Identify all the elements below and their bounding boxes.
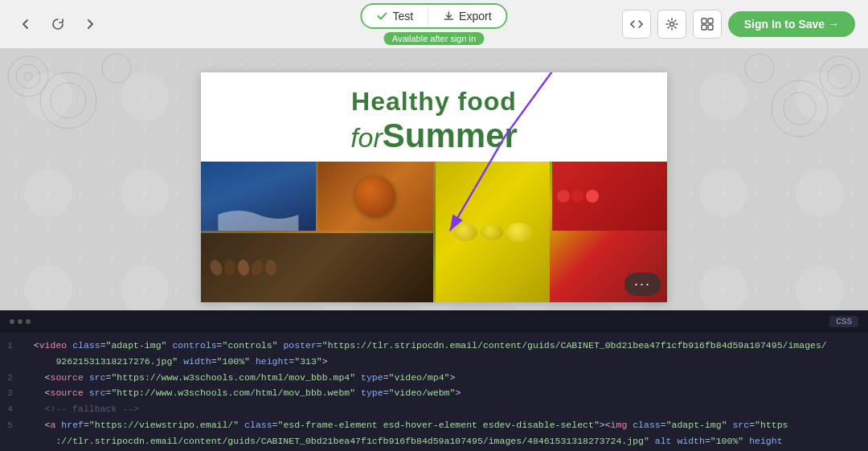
line-content-5b: ://tlr.stripocdn.email/content/guids/CAB… <box>23 434 868 449</box>
right-actions: Sign In to Save → <box>622 10 855 39</box>
email-header: Healthy food forSummer <box>201 72 667 162</box>
code-panel-header: CSS <box>0 310 868 333</box>
svg-point-9 <box>51 83 86 118</box>
line-content-1: <video class="adapt-img" controls="contr… <box>23 338 868 353</box>
line-num-3: 3 <box>0 386 23 400</box>
food-img-raspberries <box>552 162 667 231</box>
main-area: Healthy food forSummer <box>0 48 868 451</box>
svg-rect-4 <box>708 25 713 30</box>
svg-point-14 <box>784 92 816 125</box>
layout-button[interactable] <box>693 10 722 39</box>
line-content-2: <source src="https://www.w3schools.com/h… <box>23 371 868 385</box>
test-label: Test <box>392 10 413 23</box>
forward-button[interactable] <box>77 11 103 37</box>
food-img-coffee <box>201 233 433 302</box>
svg-point-6 <box>16 64 40 88</box>
code-dot-3 <box>26 319 31 324</box>
line-num-4: 4 <box>0 402 23 416</box>
code-line-1b: 92621531318217276.jpg" width="100%" heig… <box>0 354 868 370</box>
email-preview: Healthy food forSummer <box>201 72 667 302</box>
svg-point-0 <box>669 23 674 27</box>
code-line-5: 5 <a href="https://viewstripo.email/" cl… <box>0 417 868 433</box>
food-img-lemons <box>436 162 551 302</box>
code-line-1: 1 <video class="adapt-img" controls="con… <box>0 338 868 354</box>
test-button[interactable]: Test <box>362 5 428 27</box>
svg-rect-1 <box>702 18 706 23</box>
back-button[interactable] <box>13 11 39 37</box>
code-dots <box>10 319 31 324</box>
code-dot-1 <box>10 319 14 324</box>
code-line-4: 4 <!-- fallback --> <box>0 401 868 417</box>
line-num-1: 1 <box>0 338 23 353</box>
headline-summer: Summer <box>383 117 518 154</box>
code-dot-2 <box>18 319 23 324</box>
more-options-button[interactable]: ··· <box>624 273 661 296</box>
headline-for: for <box>350 122 383 153</box>
line-content-5: <a href="https://viewstripo.email/" clas… <box>23 418 868 433</box>
line-content-4: <!-- fallback --> <box>23 402 868 416</box>
code-body: 1 <video class="adapt-img" controls="con… <box>0 333 868 451</box>
headline-sub: forSummer <box>217 117 651 155</box>
center-actions: Test Export Available after sign in <box>360 3 507 45</box>
svg-point-13 <box>772 80 828 137</box>
svg-rect-2 <box>708 18 713 23</box>
action-button-group: Test Export <box>360 3 507 29</box>
line-num-2: 2 <box>0 371 23 385</box>
history-button[interactable] <box>45 11 71 37</box>
food-img-onions <box>318 162 433 231</box>
line-num-5b <box>0 434 23 449</box>
decorative-circles-tl <box>4 52 149 197</box>
code-button[interactable] <box>622 10 651 39</box>
svg-point-8 <box>40 72 96 129</box>
line-num-1b <box>0 355 23 369</box>
export-label: Export <box>459 10 491 23</box>
svg-rect-3 <box>702 25 706 30</box>
svg-point-12 <box>828 64 852 88</box>
svg-point-7 <box>24 72 32 80</box>
top-bar: Test Export Available after sign in Sign… <box>0 0 868 48</box>
line-content-1b: 92621531318217276.jpg" width="100%" heig… <box>23 355 868 369</box>
svg-point-11 <box>820 56 860 96</box>
export-button[interactable]: Export <box>428 5 506 27</box>
svg-point-10 <box>102 54 131 83</box>
css-tab[interactable]: CSS <box>829 316 858 327</box>
food-img-ocean <box>201 162 316 231</box>
code-line-2: 2 <source src="https://www.w3schools.com… <box>0 370 868 386</box>
code-line-3: 3 <source src="http://www.w3schools.com/… <box>0 385 868 401</box>
headline-main: Healthy food <box>217 87 651 117</box>
food-image-grid <box>201 162 667 302</box>
code-line-5b: ://tlr.stripocdn.email/content/guids/CAB… <box>0 433 868 449</box>
sign-in-button[interactable]: Sign In to Save → <box>728 11 855 37</box>
code-panel: CSS 1 <video class="adapt-img" controls=… <box>0 310 868 451</box>
line-content-3: <source src="http://www.w3schools.com/ht… <box>23 386 868 400</box>
svg-point-15 <box>745 54 774 83</box>
line-num-5: 5 <box>0 418 23 433</box>
available-badge: Available after sign in <box>384 32 484 45</box>
decorative-circles-tr <box>735 52 864 181</box>
settings-button[interactable] <box>657 10 686 39</box>
nav-buttons <box>13 11 103 37</box>
